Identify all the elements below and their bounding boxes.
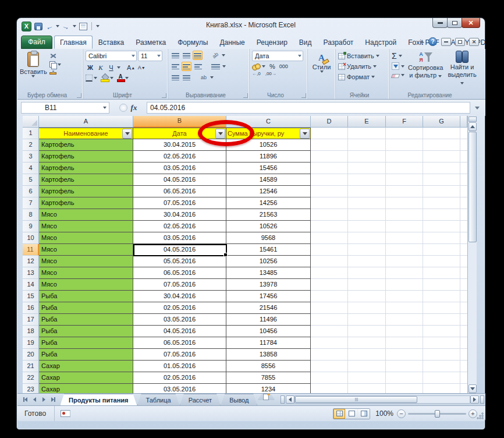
cell-G17[interactable] — [423, 314, 460, 326]
tab-надстрой[interactable]: Надстрой — [359, 36, 402, 49]
cell-A16[interactable]: Рыба — [39, 302, 133, 314]
cell-F1[interactable] — [386, 128, 423, 139]
cell-B6[interactable]: 06.05.2016 — [133, 186, 226, 197]
cell-A6[interactable]: Картофель — [39, 186, 133, 197]
scroll-up-button[interactable] — [468, 122, 477, 131]
grid[interactable]: ABCDEFG 1 Наименование Дата Су — [23, 116, 467, 393]
tab-главная[interactable]: Главная — [54, 36, 93, 49]
cell-E3[interactable] — [348, 151, 386, 163]
horizontal-scroll-thumb[interactable] — [295, 396, 417, 403]
cell-F11[interactable] — [386, 244, 423, 256]
scroll-right-button[interactable] — [470, 395, 479, 404]
cell-B14[interactable]: 07.05.2016 — [133, 279, 226, 291]
cell-E21[interactable] — [348, 361, 386, 372]
cell-D12[interactable] — [311, 256, 348, 267]
cell-C4[interactable]: 15456 — [226, 163, 311, 174]
bold-button[interactable]: Ж — [86, 63, 95, 72]
font-size-select[interactable]: 11 — [138, 51, 162, 61]
cell-B8[interactable]: 30.04.2016 — [133, 209, 226, 221]
cell-G3[interactable] — [423, 151, 460, 163]
sheet-tab-продукты-питания[interactable]: Продукты питания — [60, 394, 137, 406]
cell-D17[interactable] — [311, 314, 348, 326]
first-sheet-button[interactable] — [21, 395, 30, 404]
wrap-text-button[interactable]: ab — [199, 73, 208, 82]
close-button[interactable]: ✕ — [462, 18, 480, 28]
cell-B18[interactable]: 04.05.2016 — [133, 326, 226, 337]
cell-A4[interactable]: Картофель — [39, 163, 133, 174]
cell-F16[interactable] — [386, 302, 423, 314]
cell-A5[interactable]: Картофель — [39, 174, 133, 186]
cell-D19[interactable] — [311, 337, 348, 349]
row-header-3[interactable]: 3 — [23, 151, 39, 163]
cell-E17[interactable] — [348, 314, 386, 326]
name-box[interactable]: B11 — [21, 102, 109, 114]
cell-E20[interactable] — [348, 349, 386, 361]
cell-D2[interactable] — [311, 139, 348, 151]
borders-icon[interactable] — [86, 75, 93, 82]
cell-C6[interactable]: 12546 — [226, 186, 311, 197]
fill-color-icon[interactable] — [101, 74, 109, 82]
cell-G4[interactable] — [423, 163, 460, 174]
page-layout-view-button[interactable] — [346, 409, 357, 419]
increase-decimal-icon[interactable]: ←,0 — [252, 72, 261, 76]
cell-A20[interactable]: Рыба — [39, 349, 133, 361]
row-header-9[interactable]: 9 — [23, 221, 39, 232]
restore-button[interactable] — [447, 18, 462, 28]
decrease-decimal-icon[interactable]: ,00→ — [265, 72, 276, 76]
cell-D6[interactable] — [311, 186, 348, 197]
cell-F8[interactable] — [386, 209, 423, 221]
vertical-split-handle[interactable] — [468, 116, 477, 122]
workbook-minimize-button[interactable] — [441, 38, 451, 46]
column-header-G[interactable]: G — [423, 116, 460, 128]
resize-grip[interactable] — [477, 412, 484, 419]
cell-G7[interactable] — [423, 197, 460, 209]
row-header-6[interactable]: 6 — [23, 186, 39, 197]
cell-C19[interactable]: 11784 — [226, 337, 311, 349]
cell-D7[interactable] — [311, 197, 348, 209]
font-name-select[interactable]: Calibri — [86, 51, 137, 61]
cell-F22[interactable] — [386, 372, 423, 384]
row-header-13[interactable]: 13 — [23, 267, 39, 279]
cell-B9[interactable]: 02.05.2016 — [133, 221, 226, 232]
font-color-icon[interactable]: А — [117, 74, 124, 82]
grow-font-button[interactable]: A▲ — [126, 63, 136, 72]
cell-B4[interactable]: 03.05.2016 — [133, 163, 226, 174]
tab-вставка[interactable]: Вставка — [93, 36, 130, 49]
formula-input[interactable]: 04.05.2016 — [147, 102, 470, 114]
tab-формулы[interactable]: Формулы — [172, 36, 214, 49]
cell-F21[interactable] — [386, 361, 423, 372]
cell-F20[interactable] — [386, 349, 423, 361]
row-header-11[interactable]: 11 — [23, 244, 39, 256]
cell-D1[interactable] — [311, 128, 348, 139]
normal-view-button[interactable] — [333, 409, 345, 419]
cell-A8[interactable]: Мясо — [39, 209, 133, 221]
cell-G10[interactable] — [423, 232, 460, 244]
row-header-1[interactable]: 1 — [23, 128, 39, 139]
cell-C5[interactable]: 14589 — [226, 174, 311, 186]
zoom-level[interactable]: 100% — [374, 409, 393, 418]
cell-G21[interactable] — [423, 361, 460, 372]
cell-D5[interactable] — [311, 174, 348, 186]
cell-E7[interactable] — [348, 197, 386, 209]
row-header-16[interactable]: 16 — [23, 302, 39, 314]
alignment-dialog-launcher-icon[interactable] — [243, 93, 248, 98]
horizontal-split-handle[interactable] — [480, 395, 484, 404]
find-select-button[interactable]: Найти и выделить — [448, 51, 476, 86]
cell-A2[interactable]: Картофель — [39, 139, 133, 151]
cell-F23[interactable] — [386, 384, 423, 393]
cell-E19[interactable] — [348, 337, 386, 349]
last-sheet-button[interactable] — [49, 395, 58, 404]
cell-C13[interactable]: 13485 — [226, 267, 311, 279]
zoom-in-button[interactable]: + — [468, 409, 477, 418]
align-middle-button[interactable] — [182, 51, 191, 60]
cell-D15[interactable] — [311, 291, 348, 302]
cell-G9[interactable] — [423, 221, 460, 232]
cell-D10[interactable] — [311, 232, 348, 244]
cell-C7[interactable]: 14256 — [226, 197, 311, 209]
cell-B22[interactable]: 02.05.2016 — [133, 372, 226, 384]
insert-cells-button[interactable]: Вставить — [338, 51, 386, 61]
cell-A14[interactable]: Мясо — [39, 279, 133, 291]
filter-button-A1[interactable] — [122, 129, 132, 139]
column-header-F[interactable]: F — [386, 116, 423, 128]
tab-рецензир[interactable]: Рецензир — [251, 36, 293, 49]
